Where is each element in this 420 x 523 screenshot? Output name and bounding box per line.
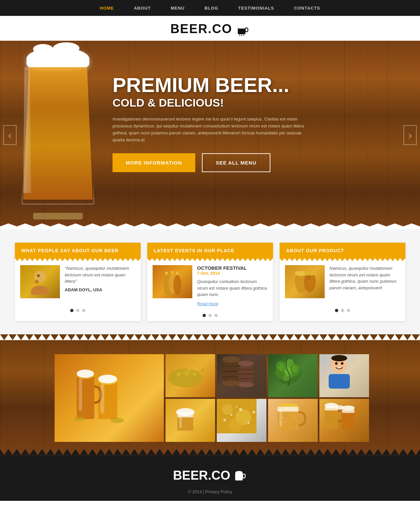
event-dot-3[interactable] [214, 314, 218, 317]
dot-3[interactable] [82, 309, 85, 312]
cards-section: WHAT PEOPLE SAY ABOUT OUR BEER "Namicus,… [0, 229, 420, 334]
svg-point-68 [341, 362, 343, 365]
gallery-item-golden[interactable] [217, 399, 266, 442]
events-card-body: OCTOBER FESTIVAL 7 Oct, 2014 Qusequitur … [147, 259, 273, 310]
product-card-header: ABOUT OUR PRODUCT [280, 243, 405, 259]
svg-point-79 [229, 419, 242, 432]
dot-2[interactable] [76, 309, 79, 312]
svg-point-67 [335, 362, 338, 365]
footer-logo[interactable]: BEER.CO [0, 468, 420, 483]
svg-point-7 [238, 25, 245, 27]
svg-point-101 [325, 403, 338, 408]
svg-point-34 [176, 372, 181, 376]
gallery-grid [55, 354, 366, 442]
testimonials-author: ADAM DOYL, USA [65, 287, 135, 292]
site-logo[interactable]: BEER.CO [170, 22, 250, 36]
svg-point-92 [294, 415, 295, 416]
gallery-item-toast[interactable] [319, 399, 369, 442]
svg-point-64 [279, 363, 284, 371]
arrow-left-icon: ‹ [8, 129, 12, 141]
svg-point-106 [235, 471, 243, 474]
testimonials-card-body: "Namicus, qusequitur mutationem lectorum… [15, 259, 141, 305]
events-image [153, 265, 192, 298]
events-text: OCTOBER FESTIVAL 7 Oct, 2014 Qusequitur … [197, 265, 268, 307]
hero-subtitle: COLD & DELICIOUS! [113, 96, 311, 109]
svg-point-90 [285, 421, 286, 422]
svg-point-10 [37, 274, 40, 277]
events-card: LATEST EVENTS IN OUR PLACE OCTOBER FESTI… [147, 243, 273, 321]
nav-contacts[interactable]: CONTACTS [294, 6, 320, 11]
svg-point-9 [31, 286, 49, 295]
product-dot-1[interactable] [335, 309, 338, 312]
product-dot-3[interactable] [347, 309, 350, 312]
svg-point-40 [187, 367, 190, 371]
hero-description: Investigationes demonstraverunt lectores… [113, 116, 311, 143]
svg-rect-104 [243, 474, 245, 478]
svg-rect-15 [165, 272, 168, 274]
dot-1[interactable] [70, 309, 73, 312]
gallery-item-glass2[interactable] [268, 399, 318, 442]
hero-prev-button[interactable]: ‹ [3, 125, 17, 145]
svg-rect-16 [171, 271, 174, 274]
nav-blog[interactable]: BLOG [205, 6, 218, 11]
gallery-item-barrels[interactable] [217, 354, 266, 397]
hero-section: ‹ PREMIUM BEER... COLD & DELICIOUS! Inve… [0, 41, 420, 229]
testimonials-image [20, 265, 60, 298]
product-dot-2[interactable] [341, 309, 344, 312]
testimonials-card: WHAT PEOPLE SAY ABOUT OUR BEER "Namicus,… [15, 243, 141, 321]
hero-title: PREMIUM BEER... [113, 74, 311, 96]
svg-point-84 [236, 406, 237, 407]
gallery-item-grains[interactable] [165, 354, 215, 397]
product-text: Namicus, qusequitur mutationem lectorum … [330, 265, 400, 302]
nav-menu[interactable]: MENU [171, 6, 185, 11]
svg-point-21 [304, 271, 316, 276]
glass-outline [22, 66, 94, 205]
svg-point-39 [179, 368, 182, 372]
svg-point-32 [110, 417, 124, 423]
product-card-body: Namicus, qusequitur mutationem lectorum … [280, 259, 405, 305]
svg-point-42 [171, 365, 175, 370]
gallery-item-pour[interactable] [165, 399, 215, 442]
svg-point-44 [201, 368, 204, 372]
footer-copyright: © 2014 | Privacy Policy [0, 489, 420, 494]
svg-point-80 [223, 419, 226, 421]
event-dot-1[interactable] [203, 314, 206, 317]
nav-testimonials[interactable]: TESTIMONIALS [238, 6, 274, 11]
event-title: OCTOBER FESTIVAL [197, 265, 268, 271]
more-information-button[interactable]: MORE INFORMATION [113, 153, 195, 172]
svg-point-74 [176, 408, 195, 416]
main-navigation: HOME ABOUT MENU BLOG TESTIMONIALS CONTAC… [0, 0, 420, 16]
read-more-link[interactable]: Read more [197, 301, 218, 306]
svg-point-52 [238, 361, 254, 366]
product-card: ABOUT OUR PRODUCT Namicus, qusequitur mu… [280, 243, 405, 321]
svg-point-41 [183, 367, 186, 370]
svg-point-77 [222, 404, 233, 415]
testimonials-dots [15, 305, 141, 316]
event-dot-2[interactable] [209, 314, 212, 317]
see-all-menu-button[interactable]: SEE ALL MENU [202, 153, 270, 172]
svg-rect-1 [245, 28, 248, 32]
svg-rect-17 [176, 272, 178, 274]
glass-base [33, 213, 83, 219]
nav-home[interactable]: HOME [100, 6, 114, 11]
svg-point-14 [173, 275, 181, 295]
svg-point-81 [230, 413, 232, 415]
svg-rect-22 [307, 275, 311, 280]
svg-point-46 [222, 356, 241, 362]
gallery-item-large[interactable] [55, 354, 164, 442]
gallery-item-person[interactable] [319, 354, 369, 397]
svg-point-27 [76, 369, 94, 377]
svg-point-82 [239, 408, 242, 411]
events-dots [147, 310, 273, 321]
nav-about[interactable]: ABOUT [134, 6, 151, 11]
svg-point-28 [98, 374, 117, 383]
svg-rect-75 [179, 415, 182, 428]
svg-rect-29 [79, 378, 82, 411]
gallery-item-hops[interactable] [268, 354, 318, 397]
product-image [285, 265, 325, 298]
svg-point-89 [282, 417, 283, 418]
hero-next-button[interactable]: › [403, 125, 417, 145]
logo-bar: BEER.CO [0, 16, 420, 41]
hero-content: PREMIUM BEER... COLD & DELICIOUS! Invest… [113, 74, 311, 172]
svg-point-47 [222, 380, 241, 386]
